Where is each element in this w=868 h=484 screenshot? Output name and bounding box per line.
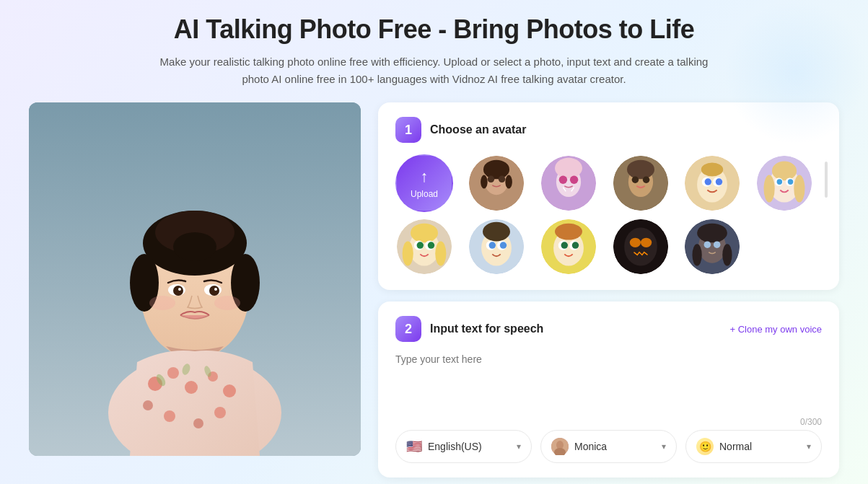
avatar-item[interactable] xyxy=(683,154,741,212)
svg-point-72 xyxy=(435,241,446,265)
svg-point-63 xyxy=(794,175,805,203)
avatar-item[interactable] xyxy=(612,218,670,276)
section1-title: Choose an avatar xyxy=(430,123,526,136)
right-panel: 1 Choose an avatar ↑ Upload xyxy=(378,102,839,484)
avatar-item[interactable] xyxy=(395,218,453,276)
svg-point-101 xyxy=(714,241,721,248)
section2-title: Input text for speech xyxy=(430,322,543,335)
svg-point-67 xyxy=(788,179,794,185)
section1-number: 1 xyxy=(395,117,421,143)
svg-point-22 xyxy=(214,296,240,310)
avatar-grid: ↑ Upload xyxy=(395,154,822,276)
upload-avatar-button[interactable]: ↑ Upload xyxy=(395,154,453,212)
svg-point-75 xyxy=(417,242,424,249)
svg-point-93 xyxy=(629,238,640,247)
svg-point-38 xyxy=(481,175,488,189)
svg-point-58 xyxy=(716,178,723,185)
language-select[interactable]: 🇺🇸 English(US) ▾ xyxy=(395,430,532,463)
svg-point-40 xyxy=(487,176,494,183)
choose-avatar-card: 1 Choose an avatar ↑ Upload xyxy=(378,102,839,290)
section2-header: 2 Input text for speech + Clone my own v… xyxy=(395,316,822,342)
svg-point-41 xyxy=(499,176,506,183)
avatar-item[interactable] xyxy=(468,154,525,212)
svg-point-50 xyxy=(631,177,639,184)
flag-icon: 🇺🇸 xyxy=(406,439,422,454)
svg-point-70 xyxy=(411,224,438,243)
svg-point-29 xyxy=(164,410,175,422)
svg-point-79 xyxy=(483,222,510,242)
avatar-item[interactable] xyxy=(540,154,597,212)
svg-point-51 xyxy=(642,177,649,184)
header-section: AI Talking Photo Free - Bring Photos to … xyxy=(160,14,709,88)
avatar-item[interactable] xyxy=(540,218,597,276)
svg-point-12 xyxy=(173,232,216,261)
section1-header: 1 Choose an avatar xyxy=(395,117,822,143)
svg-point-90 xyxy=(571,242,579,249)
svg-point-89 xyxy=(561,242,568,249)
language-label: English(US) xyxy=(428,441,511,452)
upload-icon: ↑ xyxy=(421,167,429,186)
svg-point-18 xyxy=(209,286,219,296)
svg-point-45 xyxy=(558,176,566,184)
photo-panel xyxy=(29,102,361,456)
svg-point-83 xyxy=(500,242,507,249)
svg-point-98 xyxy=(693,244,702,265)
svg-point-25 xyxy=(185,381,198,394)
avatar-item[interactable] xyxy=(612,154,670,212)
svg-point-82 xyxy=(488,242,496,249)
svg-point-86 xyxy=(555,224,582,240)
upload-label: Upload xyxy=(411,189,438,199)
svg-point-92 xyxy=(624,227,657,265)
svg-point-17 xyxy=(173,286,183,296)
clone-voice-label: + Clone my own voice xyxy=(729,324,822,335)
page-wrapper: AI Talking Photo Free - Bring Photos to … xyxy=(0,0,868,484)
svg-point-20 xyxy=(214,288,217,291)
svg-point-31 xyxy=(214,407,226,418)
voice-label: Monica xyxy=(574,441,656,452)
svg-point-97 xyxy=(697,224,727,243)
mood-label: Normal xyxy=(719,441,801,452)
avatar-item[interactable] xyxy=(683,218,741,276)
svg-point-37 xyxy=(483,160,509,180)
voice-chevron-icon: ▾ xyxy=(662,441,666,452)
svg-point-62 xyxy=(764,175,775,203)
page-subtitle: Make your realistic talking photo online… xyxy=(160,53,709,88)
char-count: 0/300 xyxy=(395,417,822,427)
voice-avatar-icon xyxy=(551,438,569,455)
mood-select[interactable]: 🙂 Normal ▾ xyxy=(685,430,822,463)
svg-point-99 xyxy=(723,244,732,265)
svg-point-24 xyxy=(167,367,179,379)
svg-point-61 xyxy=(772,162,797,181)
svg-point-94 xyxy=(641,238,652,247)
controls-row: 🇺🇸 English(US) ▾ Moni xyxy=(395,430,822,463)
svg-point-28 xyxy=(143,400,153,410)
language-chevron-icon: ▾ xyxy=(517,441,521,452)
svg-point-27 xyxy=(223,384,236,397)
svg-point-66 xyxy=(777,179,783,185)
voice-select[interactable]: Monica ▾ xyxy=(540,430,677,463)
svg-point-54 xyxy=(701,163,723,177)
content-area: 1 Choose an avatar ↑ Upload xyxy=(29,102,839,484)
speech-text-input[interactable] xyxy=(395,353,822,411)
svg-point-44 xyxy=(555,158,582,179)
svg-point-57 xyxy=(705,178,712,185)
avatar-item[interactable] xyxy=(468,218,525,276)
scroll-indicator[interactable] xyxy=(825,162,828,198)
svg-point-39 xyxy=(505,175,512,189)
text-input-card: 2 Input text for speech + Clone my own v… xyxy=(378,302,839,478)
mood-emoji-icon: 🙂 xyxy=(696,438,714,455)
svg-point-71 xyxy=(403,241,413,265)
svg-point-19 xyxy=(178,288,181,291)
svg-point-49 xyxy=(627,160,654,180)
svg-point-100 xyxy=(704,241,711,248)
page-title: AI Talking Photo Free - Bring Photos to … xyxy=(160,14,709,45)
avatar-item[interactable] xyxy=(755,154,813,212)
clone-voice-button[interactable]: + Clone my own voice xyxy=(729,324,822,335)
svg-point-30 xyxy=(193,418,203,428)
mood-chevron-icon: ▾ xyxy=(807,441,811,452)
section2-number: 2 xyxy=(395,316,421,342)
svg-point-21 xyxy=(149,296,175,310)
svg-point-46 xyxy=(570,176,578,184)
svg-point-76 xyxy=(428,242,435,249)
